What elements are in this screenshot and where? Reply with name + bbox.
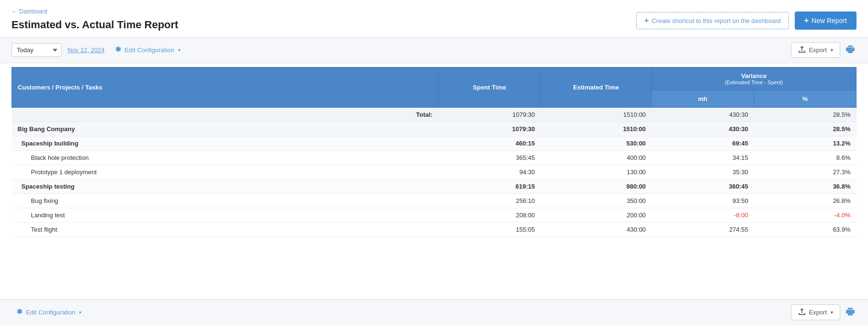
cell-estimated: 430:00: [541, 223, 652, 237]
print-button-bottom[interactable]: [844, 305, 857, 320]
table-row: Big Bang Company1079:301510:00430:3028.5…: [12, 122, 857, 136]
col-header-pct: %: [754, 90, 857, 108]
cell-spent: 1079:30: [438, 108, 541, 122]
cell-name: Spaceship building: [12, 136, 439, 151]
table-header-row-1: Customers / Projects / Tasks Spent Time …: [12, 67, 857, 90]
cell-variance-pct: 28.5%: [754, 108, 857, 122]
footer-toolbar-right: Export ▾: [791, 304, 857, 320]
cell-variance-pct: 26.8%: [754, 194, 857, 208]
cell-spent: 208:00: [438, 208, 541, 223]
toolbar-right: Export ▾: [791, 42, 857, 58]
cell-name: Test flight: [12, 223, 439, 237]
cell-spent: 155:05: [438, 223, 541, 237]
table-row: Total:1079:301510:00430:3028.5%: [12, 108, 857, 122]
cell-estimated: 530:00: [541, 136, 652, 151]
edit-config-button-bottom[interactable]: Edit Configuration ▾: [11, 306, 85, 319]
plus-icon-new: +: [804, 16, 809, 25]
cell-name: Total:: [12, 108, 439, 122]
plus-icon: +: [644, 16, 649, 25]
cell-spent: 256:10: [438, 194, 541, 208]
cell-name: Landing test: [12, 208, 439, 223]
table-row: Black hole protection365:45400:0034:158.…: [12, 151, 857, 165]
col-header-spent: Spent Time: [438, 67, 541, 108]
cell-spent: 619:15: [438, 179, 541, 194]
col-header-estimated: Estimated Time: [541, 67, 652, 108]
report-table: Customers / Projects / Tasks Spent Time …: [11, 67, 857, 237]
cell-estimated: 400:00: [541, 151, 652, 165]
edit-config-button-top[interactable]: Edit Configuration ▾: [110, 44, 184, 56]
period-select[interactable]: Today This week This month Last month Cu…: [11, 43, 62, 57]
edit-config-label-top: Edit Configuration: [124, 46, 174, 54]
date-display[interactable]: Nov 12, 2024: [68, 46, 104, 54]
cell-spent: 460:15: [438, 136, 541, 151]
new-report-button[interactable]: + New Report: [795, 11, 857, 30]
gear-icon-bottom: [15, 308, 23, 317]
create-shortcut-button[interactable]: + Create shortcut to this report on the …: [636, 12, 789, 29]
chevron-down-icon-footer: ▾: [79, 310, 81, 315]
cell-name: Big Bang Company: [12, 122, 439, 136]
cell-estimated: 980:00: [541, 179, 652, 194]
table-body: Total:1079:301510:00430:3028.5%Big Bang …: [12, 108, 857, 237]
cell-variance-mh: 69:45: [652, 136, 754, 151]
cell-variance-mh: 274:55: [652, 223, 754, 237]
back-arrow-icon: ←: [11, 8, 17, 15]
export-button-bottom[interactable]: Export ▾: [791, 304, 840, 320]
chevron-down-icon-export: ▾: [831, 47, 833, 53]
table-row: Bug fixing256:10350:0093:5026.8%: [12, 194, 857, 208]
printer-icon-top: [846, 45, 855, 55]
cell-variance-pct: 27.3%: [754, 165, 857, 179]
variance-label: Variance: [657, 72, 850, 79]
cell-variance-pct: 8.6%: [754, 151, 857, 165]
cell-estimated: 200:00: [541, 208, 652, 223]
cell-estimated: 130:00: [541, 165, 652, 179]
cell-spent: 94:30: [438, 165, 541, 179]
toolbar: Today This week This month Last month Cu…: [0, 37, 868, 63]
col-header-name: Customers / Projects / Tasks: [12, 67, 439, 108]
cell-spent: 365:45: [438, 151, 541, 165]
col-header-mh: mh: [652, 90, 754, 108]
export-label-bottom: Export: [809, 309, 827, 316]
edit-config-label-bottom: Edit Configuration: [26, 309, 75, 316]
export-icon-bottom: [798, 308, 806, 317]
cell-variance-pct: 36.8%: [754, 179, 857, 194]
cell-estimated: 1510:00: [541, 108, 652, 122]
export-button-top[interactable]: Export ▾: [791, 42, 840, 58]
page-title: Estimated vs. Actual Time Report: [11, 19, 178, 31]
cell-variance-pct: 13.2%: [754, 136, 857, 151]
cell-variance-mh: -8:00: [652, 208, 754, 223]
cell-name: Black hole protection: [12, 151, 439, 165]
export-label-top: Export: [809, 46, 827, 54]
cell-estimated: 1510:00: [541, 122, 652, 136]
chevron-down-icon-top: ▾: [178, 47, 180, 53]
cell-name: Prototype 1 deployment: [12, 165, 439, 179]
table-container: Customers / Projects / Tasks Spent Time …: [0, 63, 868, 299]
cell-estimated: 350:00: [541, 194, 652, 208]
chevron-down-icon-export-bottom: ▾: [831, 310, 833, 315]
breadcrumb-link[interactable]: ← Dashboard: [11, 8, 47, 15]
toolbar-left: Today This week This month Last month Cu…: [11, 43, 184, 57]
export-icon-top: [798, 45, 806, 55]
col-header-variance: Variance (Estimated Time - Spent): [652, 67, 857, 90]
table-row: Test flight155:05430:00274:5563.9%: [12, 223, 857, 237]
header-actions: + Create shortcut to this report on the …: [636, 11, 857, 30]
page-header: ← Dashboard Estimated vs. Actual Time Re…: [0, 0, 868, 37]
cell-variance-pct: -4.0%: [754, 208, 857, 223]
shortcut-button-label: Create shortcut to this report on the da…: [652, 17, 781, 24]
footer-toolbar-left: Edit Configuration ▾: [11, 306, 85, 319]
cell-variance-mh: 93:50: [652, 194, 754, 208]
cell-variance-pct: 63.9%: [754, 223, 857, 237]
cell-variance-pct: 28.5%: [754, 122, 857, 136]
cell-name: Spaceship testing: [12, 179, 439, 194]
table-row: Landing test208:00200:00-8:00-4.0%: [12, 208, 857, 223]
breadcrumb-label: Dashboard: [19, 8, 47, 15]
table-row: Prototype 1 deployment94:30130:0035:3027…: [12, 165, 857, 179]
table-row: Spaceship building460:15530:0069:4513.2%: [12, 136, 857, 151]
new-report-label: New Report: [812, 17, 847, 24]
footer-toolbar: Edit Configuration ▾ Export ▾: [0, 299, 868, 325]
cell-variance-mh: 34:15: [652, 151, 754, 165]
cell-variance-mh: 360:45: [652, 179, 754, 194]
table-row: Spaceship testing619:15980:00360:4536.8%: [12, 179, 857, 194]
variance-sub-label: (Estimated Time - Spent): [657, 79, 850, 85]
print-button-top[interactable]: [844, 43, 857, 57]
cell-name: Bug fixing: [12, 194, 439, 208]
